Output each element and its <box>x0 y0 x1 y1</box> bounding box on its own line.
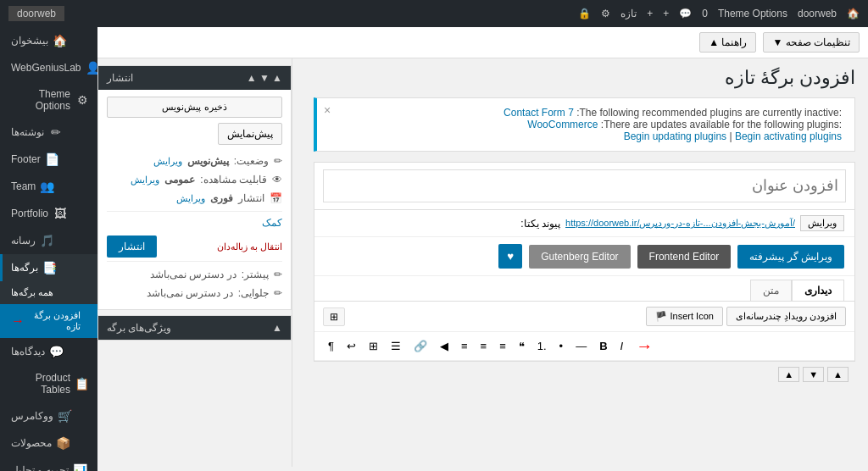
sidebar-label-product-tables: Product Tables <box>11 372 70 396</box>
fmt-para-btn[interactable]: ¶ <box>323 337 339 355</box>
page-title: افزودن برگهٔ تازه <box>314 67 855 89</box>
sidebar-item-posts[interactable]: ✏ نوشته‌ها <box>0 119 97 146</box>
virastyar-btn[interactable]: ویرایش گر پیشرفته <box>737 245 844 269</box>
theme-options-icon: ⚙ <box>75 93 89 107</box>
fmt-table-btn[interactable]: ⊞ <box>364 337 383 355</box>
help-link[interactable]: کمک <box>107 215 282 230</box>
updates-count[interactable]: + <box>663 8 669 19</box>
status-icon: ✏ <box>274 155 282 167</box>
close-notice-btn[interactable]: × <box>324 103 331 117</box>
sidebar-item-woocommerce[interactable]: 🛒 ووکامرس <box>0 402 97 429</box>
dashboard-icon: 🏠 <box>53 34 67 47</box>
status-edit-link[interactable]: ویرایش <box>153 156 182 167</box>
add-icon[interactable]: + <box>647 8 653 19</box>
publish-time-value: فوری <box>210 192 233 204</box>
heart-btn[interactable]: ♥ <box>498 244 522 269</box>
fmt-justify-btn[interactable]: ≡ <box>494 337 511 355</box>
sidebar-item-webgeniuslab[interactable]: 👤 WebGeniusLab <box>0 54 97 81</box>
visibility-edit-link[interactable]: ویرایش <box>131 175 159 186</box>
sidebar-item-pages[interactable]: 📑 برگه‌ها <box>0 254 97 281</box>
chevron-up-right-btn[interactable]: ▲ <box>778 367 799 382</box>
sidebar-item-add-page[interactable]: افزودن برگهٔ تازه → <box>0 304 97 338</box>
fmt-hr-btn[interactable]: — <box>570 337 592 355</box>
posts-icon: ✏ <box>49 125 63 139</box>
sidebar-item-comments[interactable]: 💬 دیدگاه‌ها <box>0 338 97 365</box>
publish-body: ذخیره پیش‌نویس پیش‌نمایش ✏ وضعیت: پیش‌نو… <box>98 90 291 309</box>
save-draft-btn[interactable]: ذخیره پیش‌نویس <box>107 97 282 118</box>
publish-time-label: انتشار <box>238 192 264 204</box>
sidebar-item-analytics[interactable]: 📊 تجربه و تحلیل <box>0 457 97 471</box>
fmt-ordered-btn[interactable]: 1. <box>532 337 552 355</box>
add-media-btn[interactable]: افزودن رویدادِ چندرسانه‌ای <box>726 307 846 326</box>
sidebar-item-all-pages[interactable]: همه برگه‌ها <box>0 281 97 304</box>
update-plugins-link[interactable]: Begin updating plugins <box>624 130 726 142</box>
chevron-down-left-btn[interactable]: ▼ <box>803 367 824 382</box>
chevron-up-left-btn[interactable]: ▲ <box>827 367 849 382</box>
toolbar-left: ⊞ <box>323 308 345 326</box>
publish-btn[interactable]: انتشار <box>107 236 157 258</box>
fmt-italic-btn[interactable]: I <box>615 337 629 355</box>
sidebar-item-team[interactable]: 👥 Team <box>0 173 97 200</box>
page-settings-btn[interactable]: تنظیمات صفحه ▼ <box>763 32 860 53</box>
sidebar-item-products[interactable]: 📦 محصولات <box>0 429 97 457</box>
editor-btns: ویرایش گر پیشرفته Frontend Editor Gutenb… <box>314 237 854 276</box>
portfolio-icon: 🖼 <box>53 207 67 220</box>
sidebar-label-team: Team <box>11 180 36 192</box>
tab-text[interactable]: متن <box>750 280 792 301</box>
help-btn[interactable]: راهنما ▲ <box>699 32 756 53</box>
sidebar-item-footer[interactable]: 📄 Footer <box>0 146 97 173</box>
sidebar-item-portfolio[interactable]: 🖼 Portfolio <box>0 200 97 227</box>
expand-btn[interactable]: ⊞ <box>323 308 345 326</box>
username-label[interactable]: doorweb <box>798 8 837 19</box>
permalink-url[interactable]: https://doorweb.ir/آمورش-یجش-افزودن...-ت… <box>565 218 795 229</box>
sidebar-label-woocommerce: ووکامرس <box>11 410 53 422</box>
notice-line2: WooCommerce :There are updates available… <box>330 119 842 130</box>
preview-btn[interactable]: پیش‌نمایش <box>218 123 282 145</box>
bottom-chevrons: ▲ ▼ ▲ <box>314 362 855 387</box>
fmt-align-left-btn[interactable]: ≡ <box>476 337 492 355</box>
fmt-list-btn[interactable]: ☰ <box>386 337 406 355</box>
theme-options-link[interactable]: Theme Options <box>718 8 787 19</box>
sidebar-label-dashboard: بیشخوان <box>11 35 48 47</box>
editor-container: ویرایش https://doorweb.ir/آمورش-یجش-افزو… <box>314 162 855 362</box>
tab-visual[interactable]: دیداری <box>792 280 844 301</box>
page-props-header[interactable]: ▲ ویژگی‌های برگه <box>98 316 291 340</box>
footer-icon: 📄 <box>46 152 59 166</box>
fmt-undo-btn[interactable]: ↩ <box>342 337 361 355</box>
fmt-align-center-btn[interactable]: ≡ <box>456 337 473 355</box>
activate-plugins-link[interactable]: Begin activating plugins <box>735 130 842 142</box>
new-label[interactable]: تازه <box>620 8 637 19</box>
site-title[interactable]: doorweb <box>8 6 64 21</box>
page-props-title: ویژگی‌های برگه <box>107 322 171 334</box>
visibility-label: قابلیت مشاهده: <box>200 174 267 186</box>
insert-icon-btn[interactable]: Insert Icon 🏴 <box>646 307 722 326</box>
publish-time-edit-link[interactable]: ویرایش <box>176 193 205 204</box>
gutenberg-editor-btn[interactable]: Gutenberg Editor <box>529 245 630 269</box>
team-icon: 👥 <box>41 180 54 193</box>
sidebar-item-dashboard[interactable]: 🏠 بیشخوان <box>0 27 97 54</box>
page-title-input[interactable] <box>323 169 846 202</box>
next-label: جلوایی: <box>238 287 269 299</box>
fmt-align-right-btn[interactable]: ◀ <box>435 337 453 355</box>
next-icon: ✏ <box>274 287 282 299</box>
sidebar-item-media[interactable]: 🎵 رسانه <box>0 227 97 254</box>
publish-header[interactable]: ▲ ▼ ▲ انتشار <box>98 66 291 90</box>
fmt-link-btn[interactable]: 🔗 <box>409 337 432 355</box>
sidebar-label-analytics: تجربه و تحلیل <box>11 464 69 471</box>
fmt-unordered-btn[interactable]: • <box>554 337 569 355</box>
home-icon[interactable]: 🏠 <box>847 8 860 19</box>
notice-line1: Contact Form 7 :The following recommende… <box>330 107 842 119</box>
next-row: ✏ جلوایی: در دسترس نمی‌باشد <box>107 284 282 302</box>
fmt-bold-btn[interactable]: B <box>594 337 612 355</box>
sidebar-label-pages: برگه‌ها <box>11 262 38 274</box>
sidebar-item-product-tables[interactable]: 📋 Product Tables <box>0 365 97 402</box>
plugin1-link[interactable]: Contact Form 7 <box>504 107 574 119</box>
trash-link[interactable]: انتقال به زباله‌دان <box>217 241 282 252</box>
permalink-edit-btn[interactable]: ویرایش <box>800 215 844 231</box>
comment-count[interactable]: 0 <box>702 8 708 19</box>
sidebar-label-comments: دیدگاه‌ها <box>11 346 45 357</box>
fmt-quote-btn[interactable]: ❝ <box>514 337 530 355</box>
sidebar-item-theme-options[interactable]: ⚙ Theme Options <box>0 81 97 119</box>
frontend-editor-btn[interactable]: Frontend Editor <box>637 245 732 269</box>
plugin2-link[interactable]: WooCommerce <box>527 119 598 130</box>
